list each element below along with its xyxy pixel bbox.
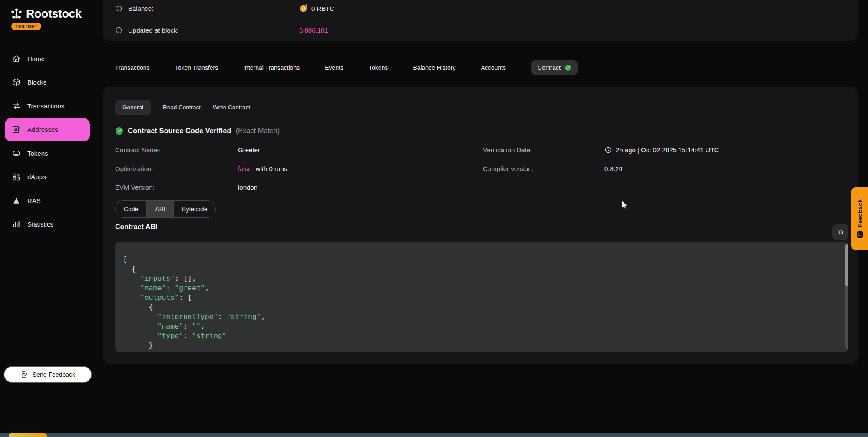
sidebar-item-ras[interactable]: RAS	[0, 189, 95, 213]
transactions-icon	[12, 102, 21, 111]
testnet-badge: TESTNET	[11, 23, 41, 30]
tab-label: Events	[325, 64, 343, 71]
subtab-general[interactable]: General	[115, 100, 151, 115]
sidebar-item-label: Addresses	[27, 126, 58, 133]
toggle-abi[interactable]: ABI	[147, 201, 174, 217]
rootstock-logo-icon	[10, 7, 23, 21]
feedback-form-icon	[20, 371, 28, 378]
info-icon[interactable]	[115, 5, 122, 12]
code-line: {	[123, 302, 836, 312]
detail-row: Compiler version:0.8.24	[483, 159, 849, 178]
code-line: "outputs": [	[123, 293, 836, 302]
summary-label-wrap: Updated at block:	[115, 26, 299, 34]
bottom-banner-accent	[9, 433, 47, 437]
detail-label: EVM Version:	[115, 184, 238, 191]
detail-value: Greeter	[238, 146, 260, 154]
code-line: [	[123, 255, 836, 264]
tab-label: Token Transfers	[175, 64, 218, 71]
feedback-tab-label: Feedback	[857, 199, 863, 227]
code-scrollbar-thumb[interactable]	[845, 244, 848, 286]
addresses-icon	[12, 125, 21, 134]
abi-heading: Contract ABI	[115, 223, 157, 231]
code-view-toggle: CodeABIBytecode	[115, 200, 216, 218]
sidebar: Rootstock TESTNET HomeBlocksTransactions…	[0, 0, 95, 391]
dapps-icon	[12, 172, 21, 181]
tab-events[interactable]: Events	[325, 64, 343, 71]
summary-label: Balance:	[128, 5, 153, 12]
tab-balance-history[interactable]: Balance History	[413, 64, 455, 71]
tab-token-transfers[interactable]: Token Transfers	[175, 64, 218, 71]
send-feedback-button[interactable]: Send Feedback	[4, 367, 91, 382]
feedback-side-tab[interactable]: Feedback	[851, 187, 868, 250]
detail-row: EVM Version:london	[115, 178, 483, 197]
sidebar-item-tokens[interactable]: Tokens	[0, 141, 95, 165]
sidebar-item-home[interactable]: Home	[0, 47, 95, 71]
contract-card: GeneralRead ContractWrite Contract Contr…	[103, 87, 858, 364]
tab-contract[interactable]: Contract	[531, 60, 578, 75]
sidebar-item-label: dApps	[27, 173, 46, 181]
code-line: "name": "",	[123, 322, 836, 331]
contract-abi-code[interactable]: [ { "inputs": [], "name": "greet", "outp…	[115, 242, 848, 352]
address-tabs: TransactionsToken TransfersInternal Tran…	[115, 59, 578, 76]
tab-accounts[interactable]: Accounts	[481, 64, 506, 71]
detail-row: Contract Name:Greeter	[115, 141, 483, 159]
detail-label: Optimization:	[115, 165, 238, 172]
summary-value: 6,886,101	[299, 26, 328, 34]
copy-icon	[837, 228, 844, 236]
subtab-write-contract[interactable]: Write Contract	[213, 104, 250, 111]
summary-rows: Balance:0 RBTCUpdated at block:6,886,101	[115, 3, 845, 35]
code-scrollbar[interactable]	[845, 244, 848, 349]
code-line: ],	[123, 350, 836, 352]
sidebar-item-blocks[interactable]: Blocks	[0, 71, 95, 95]
verified-suffix: (Exact Match)	[235, 127, 280, 135]
sidebar-item-label: Blocks	[27, 79, 46, 86]
detail-label: Compiler version:	[483, 165, 604, 172]
detail-row: Verification Date:2h ago | Oct 02 2025 1…	[483, 141, 849, 159]
detail-row: Optimization:false with 0 runs	[115, 159, 483, 178]
feedback-smiley-icon	[856, 231, 864, 238]
detail-label: Verification Date:	[483, 146, 604, 154]
tab-label: Accounts	[481, 64, 506, 71]
code-line: "name": "greet",	[123, 283, 836, 293]
info-icon[interactable]	[115, 26, 122, 34]
verified-title: Contract Source Code Verified	[128, 127, 231, 135]
tab-tokens[interactable]: Tokens	[369, 64, 388, 71]
brand-name: Rootstock	[26, 7, 82, 21]
home-icon	[12, 54, 21, 63]
sidebar-item-transactions[interactable]: Transactions	[0, 94, 95, 118]
code-line: "internalType": "string",	[123, 312, 836, 322]
sidebar-item-label: Statistics	[27, 220, 53, 228]
contract-details: Contract Name:GreeterOptimization:false …	[115, 141, 849, 197]
sidebar-item-addresses[interactable]: Addresses	[5, 118, 90, 142]
copy-abi-button[interactable]	[832, 224, 848, 240]
tab-label: Tokens	[369, 64, 388, 71]
footer: Built by RootstockLabs Copyright © 2025 …	[0, 391, 868, 434]
tab-internal-transactions[interactable]: Internal Transactions	[243, 64, 300, 71]
sidebar-item-statistics[interactable]: Statistics	[0, 213, 95, 237]
code-line: "type": "string"	[123, 331, 836, 341]
code-line: "inputs": [],	[123, 274, 836, 283]
summary-value-text[interactable]: 6,886,101	[299, 26, 328, 34]
rbtc-coin-icon	[299, 4, 308, 13]
toggle-bytecode[interactable]: Bytecode	[174, 201, 215, 217]
ras-icon	[12, 196, 21, 205]
detail-value: 0.8.24	[604, 165, 623, 172]
tab-label: Transactions	[115, 64, 150, 71]
summary-row: Balance:0 RBTC	[115, 3, 845, 13]
sidebar-item-dapps[interactable]: dApps	[0, 165, 95, 189]
toggle-code[interactable]: Code	[116, 201, 147, 217]
sidebar-item-label: Transactions	[27, 102, 64, 110]
address-summary-card: Balance:0 RBTCUpdated at block:6,886,101	[103, 0, 858, 41]
verified-row: Contract Source Code Verified (Exact Mat…	[115, 127, 280, 135]
statistics-icon	[12, 220, 21, 229]
subtab-read-contract[interactable]: Read Contract	[163, 104, 201, 111]
tab-transactions[interactable]: Transactions	[115, 64, 150, 71]
details-right-column: Verification Date:2h ago | Oct 02 2025 1…	[483, 141, 849, 197]
blocks-icon	[12, 78, 21, 87]
tab-label: Balance History	[413, 64, 455, 71]
rootstock-logo[interactable]: Rootstock	[10, 7, 82, 21]
sidebar-item-label: RAS	[27, 197, 41, 204]
sidebar-item-label: Tokens	[27, 150, 48, 157]
tokens-icon	[12, 149, 21, 158]
detail-label: Contract Name:	[115, 146, 238, 154]
